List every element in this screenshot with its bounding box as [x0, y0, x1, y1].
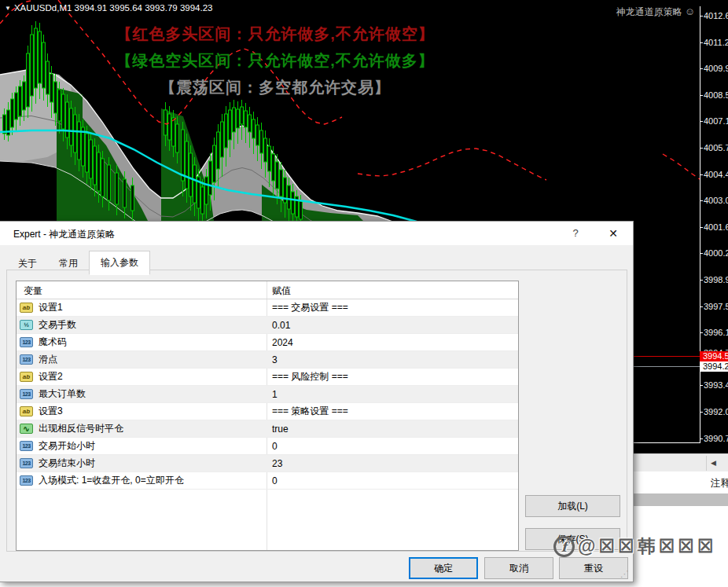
- price-axis-label: 4001.65: [704, 222, 728, 232]
- param-type-int-icon: 123: [20, 389, 33, 399]
- candle-body: [82, 127, 85, 166]
- param-value[interactable]: === 交易设置 ===: [272, 301, 348, 314]
- candle-body: [292, 192, 295, 214]
- param-row[interactable]: 123最大订单数1: [17, 386, 518, 403]
- tab-common[interactable]: 常用: [48, 253, 89, 274]
- column-header-variable: 变量: [24, 284, 42, 298]
- param-value[interactable]: === 策略设置 ===: [272, 405, 348, 418]
- param-type-str-icon: ab: [20, 372, 33, 382]
- param-type-int-icon: 123: [20, 458, 33, 468]
- watermark: f @☒☒韩☒☒☒: [553, 536, 714, 557]
- candle-body: [70, 108, 73, 145]
- param-type-bool-icon: ∿: [20, 424, 33, 434]
- candle-body: [11, 99, 14, 127]
- cancel-button[interactable]: 取消: [484, 557, 553, 579]
- param-type-str-icon: ab: [20, 303, 33, 313]
- param-value[interactable]: true: [272, 424, 289, 435]
- param-name: 交易手数: [39, 318, 76, 332]
- parameters-table: 变量 赋值 ab设置1=== 交易设置 ===½交易手数0.01123魔术码20…: [16, 281, 519, 551]
- param-value[interactable]: 0.01: [272, 320, 290, 331]
- dialog-titlebar[interactable]: Expert - 神龙通道原策略 ? ✕: [0, 222, 633, 245]
- resize-grip[interactable]: ⋰: [620, 569, 629, 579]
- param-value[interactable]: 3: [272, 354, 278, 365]
- candle-body: [280, 170, 283, 196]
- candle-body: [241, 107, 244, 124]
- parameter-rows: ab设置1=== 交易设置 ===½交易手数0.01123魔术码2024123滑…: [17, 299, 518, 490]
- candle-body: [209, 161, 212, 195]
- candle-body: [27, 53, 30, 107]
- watermark-glyph: ☒: [659, 536, 675, 557]
- param-row[interactable]: 123交易结束小时23: [17, 455, 518, 472]
- tab-inputs[interactable]: 输入参数: [89, 251, 150, 275]
- param-row[interactable]: ∿出现相反信号时平仓true: [17, 420, 518, 438]
- chevron-down-icon[interactable]: ▼: [5, 5, 11, 12]
- param-value[interactable]: === 风险控制 ===: [272, 370, 348, 383]
- zone-annotations: 【红色多头区间：只允许做多,不允许做空】【绿色空头区间：只允许做空,不允许做多】…: [31, 22, 519, 102]
- candle-body: [131, 185, 134, 211]
- candle-body: [248, 115, 252, 132]
- ask-price-badge: 3994.56: [700, 351, 728, 361]
- param-name: 最大订单数: [39, 387, 86, 401]
- close-icon[interactable]: ✕: [600, 222, 627, 245]
- candle-body: [90, 140, 93, 178]
- param-name: 设置3: [39, 405, 63, 418]
- param-row[interactable]: ab设置3=== 策略设置 ===: [17, 403, 518, 420]
- tab-about[interactable]: 关于: [7, 253, 48, 274]
- price-axis-border: [700, 6, 700, 443]
- price-axis-label: 3996.15: [704, 328, 728, 337]
- price-axis-label: 3997.50: [704, 302, 728, 311]
- param-value[interactable]: 0: [272, 441, 278, 452]
- watermark-glyph: ☒: [598, 536, 615, 557]
- bid-price-badge: 3994.23: [700, 361, 728, 372]
- mt-terminal-screen: ▼XAUUSDd,M1 3994.91 3995.64 3993.79 3994…: [0, 0, 728, 587]
- scrollbar-divider: [706, 456, 707, 471]
- candle-body: [15, 93, 18, 119]
- indicator-name-label: 神龙通道原策略☺: [616, 6, 695, 19]
- candle-body: [237, 109, 240, 128]
- param-name: 设置2: [39, 370, 63, 383]
- load-button[interactable]: 加载(L): [525, 495, 620, 517]
- param-row[interactable]: 123入场模式: 1=收盘开仓, 0=立即开仓0: [17, 472, 518, 490]
- candle-body: [66, 102, 69, 138]
- candle-body: [108, 165, 111, 200]
- param-value[interactable]: 2024: [272, 337, 293, 348]
- candle-body: [86, 134, 89, 172]
- param-name: 交易结束小时: [39, 457, 95, 470]
- param-row[interactable]: ab设置1=== 交易设置 ===: [17, 299, 518, 317]
- candle-body: [182, 130, 185, 181]
- reset-button[interactable]: 重设: [559, 557, 628, 579]
- price-axis-label: 4003.00: [704, 196, 728, 205]
- price-axis[interactable]: 4012.654011.254009.904008.504007.154005.…: [700, 0, 728, 454]
- param-value[interactable]: 23: [272, 458, 282, 469]
- param-row[interactable]: 123交易开始小时0: [17, 438, 518, 455]
- ok-button[interactable]: 确定: [409, 557, 478, 579]
- candle-body: [272, 154, 275, 181]
- price-axis-label: 4011.25: [704, 38, 728, 47]
- symbol-ohlc-label: ▼XAUUSDd,M1 3994.91 3995.64 3993.79 3994…: [5, 3, 212, 13]
- candle-body: [123, 179, 127, 207]
- price-axis-label: 3993.40: [704, 380, 728, 390]
- candle-body: [233, 108, 236, 132]
- dialog-title: Expert - 神龙通道原策略: [13, 228, 115, 241]
- candle-body: [189, 153, 193, 196]
- candle-body: [193, 165, 197, 203]
- candle-body: [245, 111, 248, 127]
- param-row[interactable]: 123魔术码2024: [17, 334, 518, 351]
- param-row[interactable]: ½交易手数0.01: [17, 317, 518, 334]
- candle-body: [186, 141, 189, 189]
- param-value[interactable]: 0: [272, 475, 278, 486]
- zone-annotation-line: 【绿色空头区间：只允许做空,不允许做多】: [31, 49, 519, 75]
- param-row[interactable]: ab设置2=== 风险控制 ===: [17, 369, 518, 386]
- scroll-left-arrow-icon[interactable]: ◀: [711, 459, 716, 467]
- param-name: 魔术码: [39, 336, 67, 349]
- param-name: 设置1: [39, 301, 63, 314]
- help-button[interactable]: ?: [562, 222, 589, 245]
- watermark-glyph: ☒: [618, 536, 634, 557]
- price-axis-label: 4004.40: [704, 170, 728, 179]
- candle-body: [252, 119, 256, 138]
- candle-body: [205, 177, 208, 204]
- candle-body: [260, 130, 263, 153]
- candle-body: [74, 115, 77, 152]
- param-value[interactable]: 1: [272, 389, 278, 400]
- param-row[interactable]: 123滑点3: [17, 351, 518, 369]
